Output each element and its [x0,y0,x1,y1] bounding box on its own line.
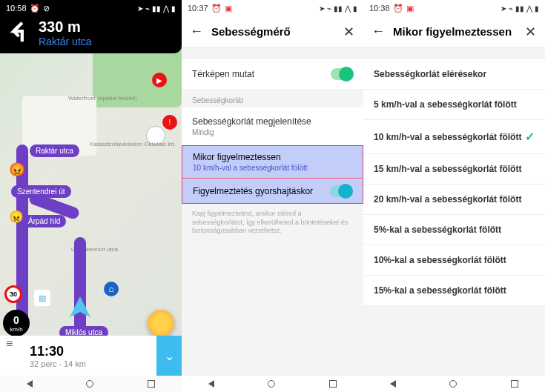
signal-icon: ▮▮ [152,4,161,13]
warn-option[interactable]: 15 km/h-val a sebességkorlát fölött [363,154,545,185]
nav-home-icon[interactable] [268,380,275,388]
warn-option[interactable]: Sebességkorlát elérésekor [363,59,545,90]
toggle-switch[interactable] [330,185,352,197]
status-time: 10:37 [188,4,208,13]
show-speed-limit-row[interactable]: Sebességkorlát megjelenítése Mindig [182,107,363,145]
turn-left-icon [7,19,33,44]
nav-back-icon[interactable] [27,380,33,388]
menu-icon[interactable]: ≡ [6,337,21,351]
row-label: Figyelmeztetés gyorshajtáskor [193,186,330,196]
hazard-pin[interactable]: ! [162,115,177,130]
battery-icon: ▮ [535,4,539,13]
warn-option[interactable]: 5%-kal a sebességkorlát fölött [363,215,545,245]
helper-text: Kapj figyelmeztetést, amikor eléred a se… [182,204,363,242]
bluetooth-icon: ⌁ [145,4,150,13]
home-pin-icon[interactable]: ⌂ [104,282,119,296]
nav-distance: 330 m [39,19,92,36]
eta-bar[interactable]: ≡ 11:30 32 perc · 14 km 🔊 [0,336,182,376]
wifi-icon: ⋀ [163,4,169,13]
option-label: Sebességkorlát elérésekor [374,69,535,79]
app-header: ← Mikor figyelmeztessen ✕ [363,16,545,47]
option-label: 5%-kal a sebességkorlát fölött [374,225,535,235]
nav-back-icon[interactable] [208,380,214,388]
eta-details: 32 perc · 14 km [30,359,86,368]
options-list: Sebességkorlát elérésekor5 km/h-val a se… [363,59,545,306]
warn-option[interactable]: 10%-kal a sebességkorlát fölött [363,245,545,276]
waze-navigation-screen: 10:58 ⏰ ⊘ ➤ ⌁ ▮▮ ⋀ ▮ 330 m Raktár utca ▶… [0,0,182,392]
street-pill[interactable]: Árpád híd [22,215,66,227]
screen-title: Mikor figyelmeztessen [393,25,515,38]
signal-icon: ▮▮ [334,4,343,13]
option-label: 20 km/h-val a sebességkorlát fölött [374,194,535,205]
report-button[interactable] [148,310,174,336]
back-button[interactable]: ← [371,24,386,39]
speed-limit-sign: 30 [4,285,22,303]
option-label: 10 km/h-val a sebességkorlát fölött [374,132,525,142]
street-pill[interactable]: Szentendrei út [11,185,71,198]
bluetooth-icon: ⌁ [509,4,513,13]
when-to-warn-row[interactable]: Mikor figyelmeztessen 10 km/h-val a sebe… [182,145,363,179]
option-label: 5 km/h-val a sebességkorlát fölött [374,99,535,110]
alarm-icon: ⏰ [30,4,40,13]
warn-option[interactable]: 10 km/h-val a sebességkorlát fölött✓ [363,120,545,154]
nav-back-icon[interactable] [390,380,396,388]
eta-time: 11:30 [30,344,86,359]
back-button[interactable]: ← [189,24,204,39]
status-bar: 10:58 ⏰ ⊘ ➤ ⌁ ▮▮ ⋀ ▮ [0,0,182,16]
app-header: ← Sebességmérő ✕ [182,16,363,47]
nav-home-icon[interactable] [449,380,457,388]
wifi-icon: ⋀ [526,4,532,13]
toggle-switch[interactable] [331,68,353,80]
battery-icon: ▮ [171,4,176,13]
android-navbar [363,376,545,392]
speed-unit: km/h [10,326,22,333]
row-label: Mikor figyelmeztessen [193,152,281,162]
row-label: Sebességkorlát megjelenítése [192,116,311,127]
check-icon: ✓ [525,130,535,144]
nav-recent-icon[interactable] [148,380,155,388]
wazer-icon[interactable]: 😠 [9,210,24,224]
speedometer[interactable]: 0 km/h [3,310,30,336]
alarm-icon: ⏰ [393,4,403,13]
status-bar: 10:38 ⏰ ▣ ➤ ⌁ ▮▮ ⋀ ▮ [363,0,545,16]
option-label: 10%-kal a sebességkorlát fölött [374,255,535,265]
street-pill[interactable]: Raktár utca [30,144,79,157]
alarm-icon: ⏰ [211,4,222,13]
status-time: 10:58 [6,4,27,13]
status-bar: 10:37 ⏰ ▣ ➤ ⌁ ▮▮ ⋀ ▮ [182,0,363,16]
notif-icon: ▣ [225,4,232,13]
android-navbar [0,376,182,392]
row-subtitle: Mindig [192,128,353,136]
map-poi-label: Katasztrófavédelem Oktatási Int. [90,141,176,147]
speeding-alert-row[interactable]: Figyelmeztetés gyorshajtáskor [182,179,363,204]
location-icon: ➤ [137,4,143,13]
battery-icon: ▮ [353,4,357,13]
hazard-pin[interactable]: ▶ [152,73,167,87]
close-button[interactable]: ✕ [341,24,356,39]
close-button[interactable]: ✕ [523,24,538,39]
option-label: 15 km/h-val a sebességkorlát fölött [374,164,535,174]
show-on-map-row[interactable]: Térképen mutat [182,59,363,89]
warn-option[interactable]: 20 km/h-val a sebességkorlát fölött [363,185,545,215]
notif-icon: ▣ [406,4,414,13]
location-icon: ➤ [501,4,506,13]
expand-eta-button[interactable]: ⌄ [156,336,182,376]
wifi-icon: ⋀ [345,4,351,13]
nav-recent-icon[interactable] [511,380,518,388]
location-icon: ➤ [319,4,325,13]
section-header: Sebességkorlát [182,89,363,107]
map-layers-button[interactable]: ▥ [34,290,50,306]
warn-option[interactable]: 15%-kal a sebességkorlát fölött [363,276,545,306]
signal-icon: ▮▮ [515,4,524,13]
current-speed-value: 0 [13,314,19,326]
nav-recent-icon[interactable] [329,380,337,388]
bluetooth-icon: ⌁ [327,4,331,13]
wazer-icon[interactable]: 😡 [9,162,25,178]
map-poi-label: Waterfront (építési terület) [68,95,137,102]
android-navbar [182,376,363,392]
nav-home-icon[interactable] [86,380,93,388]
when-to-warn-screen: 10:38 ⏰ ▣ ➤ ⌁ ▮▮ ⋀ ▮ ← Mikor figyelmezte… [363,0,545,392]
warn-option[interactable]: 5 km/h-val a sebességkorlát fölött [363,90,545,120]
status-time: 10:38 [369,4,390,13]
option-label: 15%-kal a sebességkorlát fölött [374,285,535,296]
